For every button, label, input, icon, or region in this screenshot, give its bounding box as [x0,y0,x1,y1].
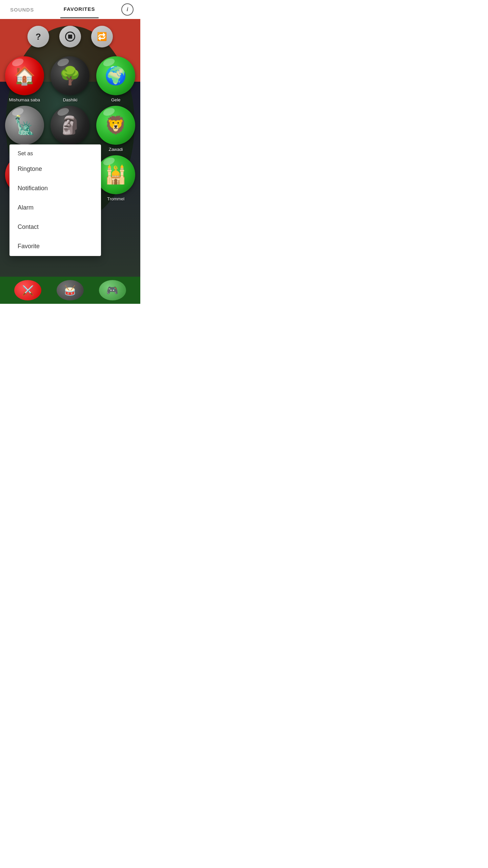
sound-orb-gele: 🌍 [96,56,135,95]
stop-button[interactable] [59,26,81,47]
sound-item-dashiki[interactable]: 🌳 Dashiki [49,56,92,102]
sound-orb-mishumaa-saba: 🏠 [5,56,44,95]
question-icon: ? [36,32,41,42]
menu-item-favorite[interactable]: Favorite [9,237,101,256]
sound-item-trommel[interactable]: 🕌 Trommel [95,155,137,201]
sound-item-mishumaa-saba[interactable]: 🏠 Mishumaa saba [3,56,46,102]
menu-item-notification[interactable]: Notification [9,179,101,198]
sound-orb-zawadi: 🦁 [96,106,135,145]
sound-orb-trommel: 🕌 [96,155,135,194]
bottom-row: ⚔️ 🥁 🎮 [0,277,140,304]
menu-header: Set as [9,144,101,159]
sound-label-dashiki: Dashiki [63,97,78,102]
menu-item-contact[interactable]: Contact [9,217,101,237]
bottom-sound-1[interactable]: ⚔️ [14,280,41,300]
info-button[interactable]: i [121,3,134,16]
sound-orb-dashiki: 🌳 [50,56,89,95]
sound-label-gele: Gele [111,97,120,102]
menu-item-ringtone[interactable]: Ringtone [9,159,101,179]
repeat-icon: 🔁 [97,32,107,41]
sound-item-zawadi[interactable]: 🦁 Zawadi [95,106,137,152]
sound-orb-kinara: 🗿 [50,106,89,145]
info-icon: i [127,6,128,13]
sound-label-mishumaa-saba: Mishumaa saba [9,97,40,102]
repeat-button[interactable]: 🔁 [91,26,113,47]
bottom-sound-2[interactable]: 🥁 [57,280,84,300]
menu-item-alarm[interactable]: Alarm [9,198,101,217]
tab-sounds[interactable]: SOUNDS [7,1,37,18]
main-area: ? 🔁 🏠 Mishumaa saba 🌳 Dashiki 🌍 Gele 🗽 [0,19,140,304]
sound-orb-nguzo: 🗽 [5,106,44,145]
bottom-sound-3[interactable]: 🎮 [99,280,126,300]
sound-label-trommel: Trommel [107,196,124,201]
help-button[interactable]: ? [27,26,49,47]
sound-item-gele[interactable]: 🌍 Gele [95,56,137,102]
stop-icon [65,32,75,42]
stop-square [68,35,72,39]
set-as-menu: Set as Ringtone Notification Alarm Conta… [9,144,101,256]
tab-favorites[interactable]: FAVORITES [60,1,99,18]
controls-row: ? 🔁 [0,26,140,47]
header: SOUNDS FAVORITES i [0,0,140,19]
sound-label-zawadi: Zawadi [109,147,123,152]
